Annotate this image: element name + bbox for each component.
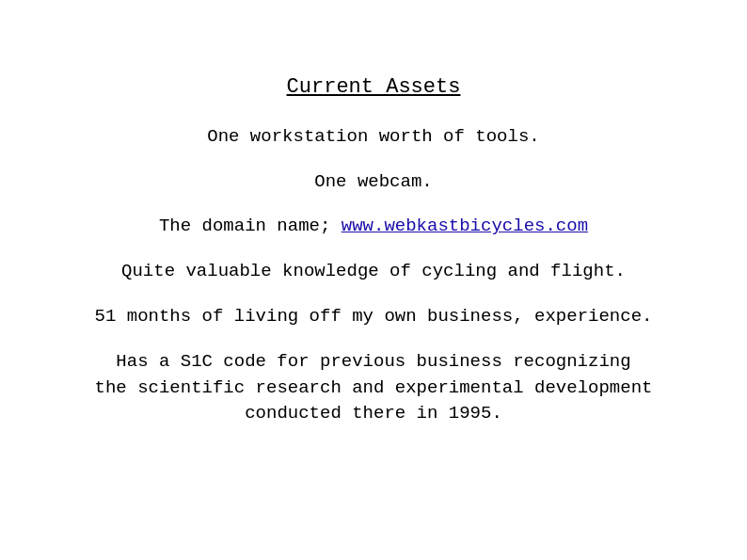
- line-domain-text: The domain name;: [159, 216, 342, 236]
- line-workstation: One workstation worth of tools.: [207, 125, 539, 150]
- page-heading: Current Assets: [287, 75, 461, 99]
- line-domain: The domain name; www.webkastbicycles.com: [159, 215, 588, 239]
- domain-link[interactable]: www.webkastbicycles.com: [342, 216, 588, 236]
- line-webcam: One webcam.: [314, 170, 432, 195]
- line-s1c: Has a S1C code for previous business rec…: [95, 349, 653, 427]
- line-months: 51 months of living off my own business,…: [38, 305, 709, 329]
- main-content: Current Assets One workstation worth of …: [0, 0, 747, 486]
- line-knowledge: Quite valuable knowledge of cycling and …: [121, 260, 626, 284]
